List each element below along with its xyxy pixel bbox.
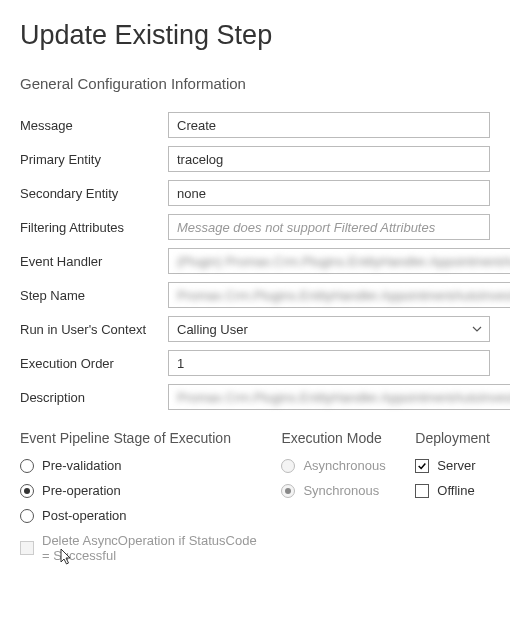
secondary-entity-label: Secondary Entity: [20, 186, 168, 201]
checkbox-icon: [20, 541, 34, 555]
delete-async-option: Delete AsyncOperation if StatusCode = Su…: [20, 533, 263, 563]
chevron-down-icon: [471, 323, 483, 335]
option-label: Pre-validation: [42, 458, 122, 473]
pipeline-option-pre-validation[interactable]: Pre-validation: [20, 458, 263, 473]
run-context-value: Calling User: [177, 322, 471, 337]
radio-icon: [20, 509, 34, 523]
option-label: Offline: [437, 483, 474, 498]
pipeline-option-post-operation[interactable]: Post-operation: [20, 508, 263, 523]
mode-option-async: Asynchronous: [281, 458, 397, 473]
description-label: Description: [20, 390, 168, 405]
run-context-label: Run in User's Context: [20, 322, 168, 337]
option-label: Pre-operation: [42, 483, 121, 498]
run-context-select[interactable]: Calling User: [168, 316, 490, 342]
message-input[interactable]: [168, 112, 490, 138]
checkbox-icon: [415, 459, 429, 473]
radio-icon: [20, 459, 34, 473]
event-handler-label: Event Handler: [20, 254, 168, 269]
deployment-title: Deployment: [415, 430, 490, 446]
radio-icon: [281, 484, 295, 498]
mode-option-sync: Synchronous: [281, 483, 397, 498]
option-label: Delete AsyncOperation if StatusCode = Su…: [42, 533, 263, 563]
checkbox-icon: [415, 484, 429, 498]
filtering-attributes-label: Filtering Attributes: [20, 220, 168, 235]
primary-entity-input[interactable]: [168, 146, 490, 172]
deployment-option-server[interactable]: Server: [415, 458, 490, 473]
description-input[interactable]: Promax.Crm.Plugins.EntityHandler.Appoint…: [168, 384, 510, 410]
event-handler-value: (Plugin) Promax.Crm.Plugins.EntityHandle…: [177, 254, 510, 269]
option-label: Server: [437, 458, 475, 473]
section-title: General Configuration Information: [20, 75, 490, 92]
option-label: Synchronous: [303, 483, 379, 498]
option-label: Asynchronous: [303, 458, 385, 473]
radio-icon: [281, 459, 295, 473]
message-label: Message: [20, 118, 168, 133]
secondary-entity-input[interactable]: [168, 180, 490, 206]
page-title: Update Existing Step: [20, 20, 490, 51]
mode-title: Execution Mode: [281, 430, 397, 446]
pipeline-option-pre-operation[interactable]: Pre-operation: [20, 483, 263, 498]
primary-entity-label: Primary Entity: [20, 152, 168, 167]
option-label: Post-operation: [42, 508, 127, 523]
step-name-label: Step Name: [20, 288, 168, 303]
event-handler-select[interactable]: (Plugin) Promax.Crm.Plugins.EntityHandle…: [168, 248, 510, 274]
execution-order-input[interactable]: [168, 350, 490, 376]
pipeline-title: Event Pipeline Stage of Execution: [20, 430, 263, 446]
execution-order-label: Execution Order: [20, 356, 168, 371]
radio-icon: [20, 484, 34, 498]
deployment-option-offline[interactable]: Offline: [415, 483, 490, 498]
filtering-attributes-input[interactable]: [168, 214, 490, 240]
step-name-input[interactable]: Promax.Crm.Plugins.EntityHandler.Appoint…: [168, 282, 510, 308]
step-name-value: Promax.Crm.Plugins.EntityHandler.Appoint…: [177, 288, 510, 303]
description-value: Promax.Crm.Plugins.EntityHandler.Appoint…: [177, 390, 510, 405]
